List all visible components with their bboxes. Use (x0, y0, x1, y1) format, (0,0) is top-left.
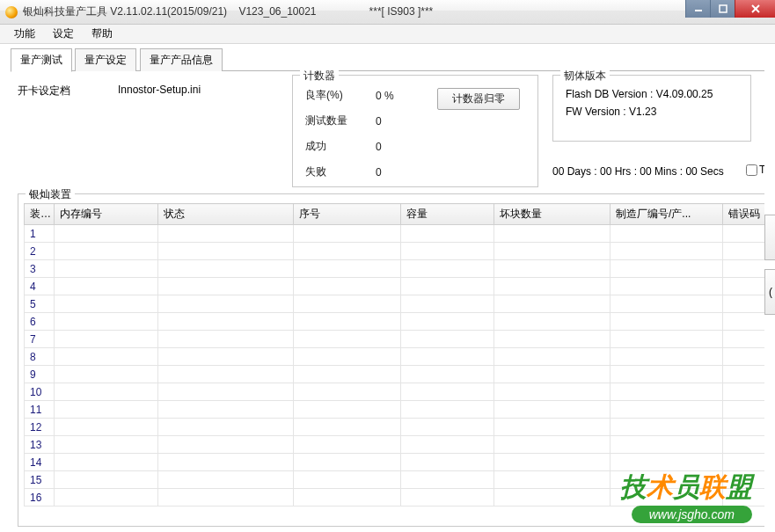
table-row[interactable]: 3 (25, 260, 765, 278)
elapsed-timer: 00 Days : 00 Hrs : 00 Mins : 00 Secs (552, 165, 724, 178)
upper-panel: 开卡设定档 Innostor-Setup.ini 计数器 良率(%) 0 % 计… (11, 70, 764, 189)
row-number: 15 (25, 471, 55, 489)
row-number: 13 (25, 436, 55, 454)
minimize-icon (694, 4, 703, 13)
row-number: 16 (25, 489, 55, 506)
right-side-button-2[interactable]: ( (764, 269, 775, 315)
counter-group-title: 计数器 (300, 70, 339, 84)
devices-grid-header[interactable]: 装... (25, 204, 55, 225)
devices-grid-header[interactable]: 错误码 (723, 204, 765, 225)
right-side-button-1[interactable] (764, 215, 775, 260)
counter-ng-label: 失败 (302, 159, 372, 185)
tab-mp-test[interactable]: 量产测试 (11, 48, 72, 72)
right-edge-checkbox-label: T (759, 164, 764, 176)
client-area: 量产测试 量产设定 量产产品信息 开卡设定档 Innostor-Setup.in… (2, 44, 773, 530)
counter-rate-value: 0 % (372, 83, 434, 108)
row-number: 8 (25, 348, 55, 366)
counter-ng-value: 0 (372, 159, 434, 185)
row-number: 6 (25, 313, 55, 331)
row-number: 10 (25, 383, 55, 401)
table-row[interactable]: 13 (25, 436, 765, 454)
row-number: 14 (25, 454, 55, 471)
menu-item-help[interactable]: 帮助 (83, 25, 121, 43)
devices-group-title: 银灿装置 (26, 187, 75, 202)
row-number: 12 (25, 419, 55, 436)
svg-rect-1 (720, 5, 727, 12)
table-row[interactable]: 10 (25, 383, 765, 401)
config-file-label: 开卡设定档 (18, 84, 70, 98)
firmware-fw: FW Version : V1.23 (566, 106, 738, 118)
close-icon (750, 4, 761, 13)
minimize-button[interactable] (685, 0, 710, 18)
row-number: 9 (25, 366, 55, 383)
table-row[interactable]: 8 (25, 348, 765, 366)
counter-tested-value: 0 (372, 108, 434, 134)
menu-item-function[interactable]: 功能 (5, 25, 44, 43)
row-number: 3 (25, 260, 55, 278)
devices-grid-header[interactable]: 容量 (401, 204, 494, 225)
devices-grid-header[interactable]: 坏块数量 (494, 204, 610, 225)
row-number: 11 (25, 401, 55, 419)
counter-ok-label: 成功 (302, 134, 372, 159)
devices-groupbox: 银灿装置 装...内存编号状态序号容量坏块数量制造厂编号/产...错误码 123… (18, 193, 764, 527)
table-row[interactable]: 5 (25, 295, 765, 313)
row-number: 7 (25, 331, 55, 348)
table-row[interactable]: 15 (25, 471, 765, 489)
devices-grid-header[interactable]: 序号 (294, 204, 401, 225)
firmware-groupbox: 韧体版本 Flash DB Version : V4.09.00.25 FW V… (552, 75, 751, 142)
maximize-button[interactable] (710, 0, 735, 18)
menu-item-settings[interactable]: 设定 (44, 25, 83, 43)
right-side-button-2-label: ( (769, 286, 772, 298)
counter-reset-button[interactable]: 计数器归零 (437, 88, 520, 110)
right-edge-checkbox-input[interactable] (746, 164, 757, 176)
table-row[interactable]: 14 (25, 454, 765, 471)
close-button[interactable] (735, 0, 775, 18)
table-row[interactable]: 7 (25, 331, 765, 348)
table-row[interactable]: 2 (25, 243, 765, 260)
right-edge-checkbox[interactable]: T (746, 164, 764, 176)
devices-grid[interactable]: 装...内存编号状态序号容量坏块数量制造厂编号/产...错误码 12345678… (24, 203, 764, 506)
table-row[interactable]: 6 (25, 313, 765, 331)
counter-ok-value: 0 (372, 134, 434, 159)
table-row[interactable]: 1 (25, 225, 765, 243)
config-file-value: Innostor-Setup.ini (118, 84, 201, 96)
table-row[interactable]: 9 (25, 366, 765, 383)
table-row[interactable]: 11 (25, 401, 765, 419)
table-row[interactable]: 12 (25, 419, 765, 436)
row-number: 2 (25, 243, 55, 260)
row-number: 4 (25, 278, 55, 295)
row-number: 1 (25, 225, 55, 243)
tab-page-mp-test: 开卡设定档 Innostor-Setup.ini 计数器 良率(%) 0 % 计… (11, 70, 764, 527)
firmware-flashdb: Flash DB Version : V4.09.00.25 (566, 88, 738, 100)
firmware-group-title: 韧体版本 (560, 70, 610, 84)
devices-grid-header[interactable]: 状态 (158, 204, 294, 225)
window-controls (685, 0, 775, 18)
counter-tested-label: 测试数量 (302, 108, 372, 134)
table-row[interactable]: 16 (25, 489, 765, 506)
window-titlebar: 银灿科技量产工具 V2.11.02.11(2015/09/21) V123_06… (0, 0, 775, 25)
window-title: 银灿科技量产工具 V2.11.02.11(2015/09/21) V123_06… (23, 4, 433, 19)
maximize-icon (719, 4, 727, 13)
devices-grid-header[interactable]: 内存编号 (55, 204, 158, 225)
tab-strip: 量产测试 量产设定 量产产品信息 (11, 47, 764, 70)
app-icon (5, 6, 18, 18)
tab-mp-product-info[interactable]: 量产产品信息 (140, 48, 223, 71)
devices-grid-wrap: 装...内存编号状态序号容量坏块数量制造厂编号/产...错误码 12345678… (24, 203, 764, 522)
table-row[interactable]: 4 (25, 278, 765, 295)
row-number: 5 (25, 295, 55, 313)
menu-bar: 功能 设定 帮助 (0, 25, 775, 44)
devices-grid-header[interactable]: 制造厂编号/产... (610, 204, 723, 225)
counter-rate-label: 良率(%) (302, 83, 372, 108)
counter-groupbox: 计数器 良率(%) 0 % 计数器归零 测试数量 0 成功 (292, 75, 538, 187)
tab-mp-settings[interactable]: 量产设定 (75, 48, 136, 71)
